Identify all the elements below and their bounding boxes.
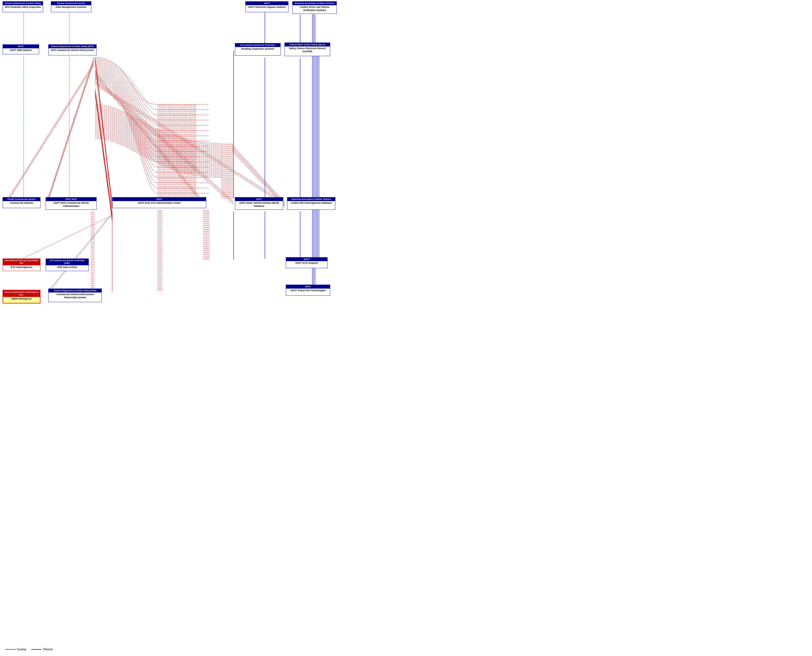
node-mvo-sys: ADOT MVO Commercial Vehicle Administrati… — [47, 202, 95, 207]
legend-existing-label: Existing — [17, 648, 26, 651]
node-ecd-sys: ADOT ECD CVO Administration Center — [114, 202, 205, 205]
node-vpt: ADOT ADOT Virtual Port Technologies — [286, 285, 330, 296]
node-aamva-irp: American Association of Motor Vehicles A… — [287, 197, 335, 210]
legend-existing-line — [5, 649, 15, 650]
node-aamva-driver-sys: AAMVA Driver and Vehicle Verification Sy… — [294, 6, 335, 12]
legend-planned: Planned — [31, 648, 53, 651]
legend: Existing Planned — [5, 648, 53, 651]
node-dps-roadside-org: Arizona Department of Public Safety — [3, 2, 43, 5]
node-ifta-sys: IFTA Clearinghouse — [4, 266, 39, 269]
connection-lines — [0, 0, 812, 656]
node-dema: Arizona Department of Emergency and... D… — [3, 290, 40, 303]
node-aamva-driver: American Association of Motor Vehicles A… — [292, 1, 337, 14]
node-wim: ADOT ADOT WIM Stations — [3, 44, 39, 54]
node-mvd-org: ADOT — [235, 197, 283, 201]
node-vpt-org: ADOT — [286, 285, 330, 289]
node-safer: Federal Motor Carrier Safety Agency Safe… — [284, 43, 330, 56]
node-comm-vehicles: Private Commercial Carriers Commercial V… — [3, 197, 40, 208]
diagram-container: Arizona Department of Public Safety DPS … — [0, 0, 812, 656]
node-dps-cve: Arizona Department of Public Safety (DPS… — [48, 44, 97, 56]
legend-existing: Existing — [5, 648, 26, 651]
node-fleet-sys: Fleet Management Systems — [52, 6, 90, 9]
node-dps-roadside: Arizona Department of Public Safety DPS … — [3, 1, 43, 12]
node-ecd-dispatch: ADOT ADOT ECD Dispatch — [286, 257, 327, 268]
legend-planned-line — [31, 649, 42, 650]
node-mvd-sys: ADOT Motor Vehicle Division (MVD) Databa… — [236, 202, 282, 207]
node-aamva-irp-sys: AAMVA IRP Clearinghouse Database — [289, 202, 334, 205]
node-cv-sys: Commercial Vehicles — [4, 202, 39, 205]
node-cbp-org: US Customs and Border Protection — [235, 43, 280, 47]
node-adot-bypass: ADOT ADOT Electronic Bypass Stations — [245, 1, 289, 12]
node-dps-cve-org: Arizona Department of Public Safety (DPS… — [49, 45, 96, 48]
node-poe-org: US Customs and Border Protection (CBP) — [46, 259, 88, 265]
node-ifta-org: International Fuel Tax Association IRP — [3, 259, 40, 265]
node-cbp-sys: Roadway Inspection Systems — [236, 48, 279, 51]
node-dispatch-org: ADOT — [286, 257, 327, 261]
node-cveps-org: Arizona Department of Public Safety (DPS… — [49, 289, 102, 292]
node-dps-roadside-sys: DPS Roadside Safety Inspection — [4, 6, 42, 9]
node-dema-sys: DEMA Emergency — [5, 297, 39, 300]
node-bypass-sys: ADOT Electronic Bypass Stations — [247, 6, 287, 9]
node-dema-org: Arizona Department of Emergency and... — [3, 290, 40, 297]
node-vpt-sys: ADOT Virtual Port Technologies — [287, 289, 329, 292]
node-mvo-org: ADOT MVO — [46, 197, 96, 201]
node-cv-org: Private Commercial Carriers — [3, 197, 40, 201]
node-ecd-org: ADOT — [113, 197, 206, 201]
node-wim-org: ADOT — [3, 45, 39, 48]
node-fleet-mgmt: Private Commercial Carriers Fleet Manage… — [51, 1, 91, 12]
node-cbp-roadway: US Customs and Border Protection Roadway… — [235, 43, 281, 56]
node-ifta: International Fuel Tax Association IRP I… — [3, 258, 40, 271]
node-poe: US Customs and Border Protection (CBP) P… — [46, 258, 89, 271]
node-aamva-irp-org: American Association of Motor Vehicles — [287, 197, 335, 201]
node-cveps: Arizona Department of Public Safety (DPS… — [48, 289, 102, 302]
node-mvd: ADOT ADOT Motor Vehicle Division (MVD) D… — [235, 197, 283, 210]
node-ecd-admin: ADOT ADOT ECD CVO Administration Center — [112, 197, 206, 208]
node-safer-org: Federal Motor Carrier Safety Agency — [285, 43, 330, 46]
node-bypass-org: ADOT — [245, 2, 288, 5]
node-adot-mvo: ADOT MVO ADOT MVO Commercial Vehicle Adm… — [46, 197, 97, 210]
node-poe-sys: POE Data Archive — [47, 266, 87, 269]
node-dps-cve-sys: DPS Commercial Vehicle Enforcement — [50, 49, 95, 52]
node-cveps-sys: Commercial Vehicle Enforcement Partnersh… — [50, 293, 100, 299]
node-fleet-org: Private Commercial Carriers — [51, 2, 91, 5]
node-safer-sys: Safety Fitness Electronic Record (SAFER) — [286, 47, 329, 53]
node-wim-sys: ADOT WIM Stations — [4, 49, 38, 52]
node-dispatch-sys: ADOT ECD Dispatch — [287, 261, 326, 265]
legend-planned-label: Planned — [43, 648, 53, 651]
node-aamva-driver-org: American Association of Motor Vehicles — [293, 2, 337, 5]
